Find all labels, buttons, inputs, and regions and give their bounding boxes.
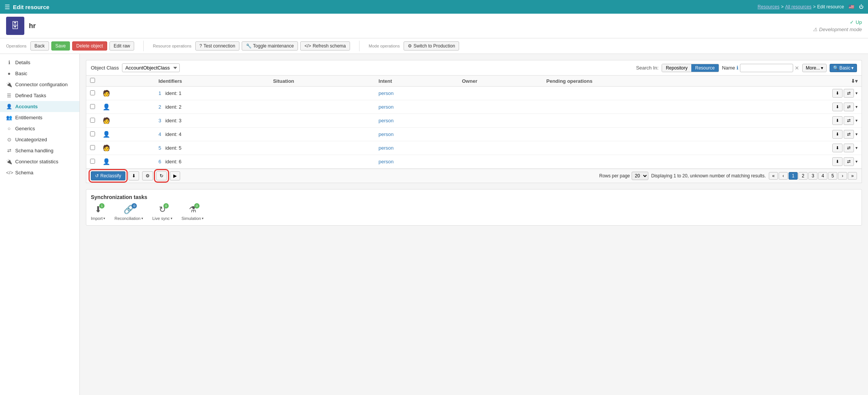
rows-per-page-select[interactable]: 20 [632,172,648,180]
select-all-checkbox[interactable] [90,78,95,83]
download-icon[interactable]: ⬇▾ [851,78,858,84]
breadcrumb-resources[interactable]: Resources [758,4,779,9]
download-action-button[interactable]: ⬇ [128,171,139,180]
row-sync-button[interactable]: ⇄ [844,89,854,98]
row-sync-button[interactable]: ⇄ [844,157,854,166]
row-checkbox[interactable] [90,159,95,164]
sync-task-reconciliation[interactable]: 🔗 0 Reconciliation ▾ [114,205,143,221]
row-pending-cell [543,87,740,100]
refresh-action-button[interactable]: ↻ [156,171,167,180]
row-download-button[interactable]: ⬇ [832,116,843,125]
sidebar-item-connector-config[interactable]: 🔌 Connector configuration [0,79,79,90]
row-more-icon[interactable]: ▾ [855,145,858,150]
row-more-icon[interactable]: ▾ [855,132,858,136]
save-button[interactable]: Save [51,41,70,51]
row-link[interactable]: 1 [158,90,161,96]
col-pending-ops: Pending operations [543,76,740,87]
sync-task-simulation[interactable]: ⚗ 0 Simulation ▾ [182,205,204,221]
row-sync-button[interactable]: ⇄ [844,130,854,139]
pagination: « ‹ 1 2 3 4 5 › » [769,172,857,180]
row-link[interactable]: 5 [158,145,161,151]
hamburger-icon[interactable]: ☰ [5,3,10,11]
page-last-button[interactable]: » [848,172,857,180]
delete-button[interactable]: Delete object [72,41,107,51]
page-1-button[interactable]: 1 [789,172,798,180]
resource-name: hr [29,22,36,30]
row-intent-link[interactable]: person [379,90,394,96]
row-checkbox[interactable] [90,90,95,95]
clear-input-button[interactable]: ✕ [795,65,799,71]
row-download-button[interactable]: ⬇ [832,144,843,152]
row-download-button[interactable]: ⬇ [832,130,843,139]
row-sync-button[interactable]: ⇄ [844,144,854,152]
row-checkbox[interactable] [90,145,95,150]
row-situation-cell [269,114,375,128]
object-class-select[interactable]: AccountObjectClass [122,63,180,72]
row-icon-cell: 👤 [99,155,155,169]
breadcrumb-all-resources[interactable]: All resources [785,4,811,9]
tab-repository[interactable]: Repository [662,64,691,72]
edit-raw-button[interactable]: Edit raw [109,41,134,51]
sidebar-item-connector-stats[interactable]: 🔌 Connector statistics [0,156,79,167]
refresh-schema-button[interactable]: </> Refresh schema [300,41,350,51]
sidebar-item-entitlements[interactable]: 👥 Entitlements [0,112,79,123]
sidebar-item-details[interactable]: ℹ Details [0,57,79,68]
action-button-4[interactable]: ▶ [170,171,180,180]
row-intent-link[interactable]: person [379,131,394,137]
tab-resource[interactable]: Resource [691,64,718,72]
row-download-button[interactable]: ⬇ [832,103,843,111]
row-num-cell: 5 ident: 5 [155,141,269,155]
basic-search-button[interactable]: 🔍 Basic ▾ [830,64,857,72]
row-link[interactable]: 3 [158,118,161,123]
row-intent-link[interactable]: person [379,145,394,151]
row-more-icon[interactable]: ▾ [855,118,858,123]
back-button[interactable]: Back [30,41,49,51]
row-checkbox[interactable] [90,104,95,109]
sync-task-live-sync[interactable]: ↻ 0 Live sync ▾ [152,205,173,221]
row-more-icon[interactable]: ▾ [855,159,858,164]
sidebar-item-schema[interactable]: </> Schema [0,167,79,178]
row-sync-button[interactable]: ⇄ [844,116,854,125]
page-4-button[interactable]: 4 [818,172,827,180]
row-checkbox[interactable] [90,118,95,123]
row-more-icon[interactable]: ▾ [855,91,858,95]
row-intent-link[interactable]: person [379,118,394,123]
row-intent-link[interactable]: person [379,159,394,164]
row-download-button[interactable]: ⬇ [832,89,843,98]
row-download-button[interactable]: ⬇ [832,157,843,166]
sidebar-item-defined-tasks[interactable]: ☰ Defined Tasks [0,90,79,101]
page-prev-button[interactable]: ‹ [779,172,788,180]
reclassify-button[interactable]: ↺ Reclassify [91,171,125,180]
sidebar: ℹ Details ● Basic 🔌 Connector configurat… [0,54,80,395]
sidebar-item-generics[interactable]: ○ Generics [0,123,79,134]
sidebar-item-uncategorized[interactable]: ⊙ Uncategorized [0,134,79,145]
page-first-button[interactable]: « [769,172,778,180]
row-intent-link[interactable]: person [379,104,394,110]
sync-task-caret-import: ▾ [103,216,105,220]
row-owner-cell [458,128,542,141]
power-icon[interactable]: ⏻ [859,4,863,9]
row-link[interactable]: 4 [158,131,161,137]
test-connection-button[interactable]: ? Test connection [195,41,239,51]
action-button-2[interactable]: ⚙ [142,171,153,180]
row-pending-cell [543,155,740,169]
sidebar-item-schema-handling[interactable]: ⇄ Schema handling [0,145,79,156]
row-link[interactable]: 6 [158,159,161,164]
row-checkbox[interactable] [90,131,95,136]
dev-mode-icon: ⚠ [813,27,817,32]
sidebar-item-accounts[interactable]: 👤 Accounts [0,101,79,112]
page-3-button[interactable]: 3 [808,172,817,180]
row-link[interactable]: 2 [158,104,161,110]
more-button[interactable]: More... ▾ [802,64,826,72]
page-2-button[interactable]: 2 [798,172,808,180]
row-sync-button[interactable]: ⇄ [844,103,854,111]
page-5-button[interactable]: 5 [828,172,837,180]
row-icon-cell: 🧑 [99,141,155,155]
name-input[interactable] [740,64,793,72]
row-more-icon[interactable]: ▾ [855,104,858,109]
toggle-maintenance-button[interactable]: 🔧 Toggle maintenance [242,41,298,51]
switch-production-button[interactable]: ⚙ Switch to Production [404,41,459,51]
page-next-button[interactable]: › [838,172,847,180]
sync-task-import[interactable]: ⬇ 1 Import ▾ [91,205,105,221]
sidebar-item-basic[interactable]: ● Basic [0,68,79,79]
